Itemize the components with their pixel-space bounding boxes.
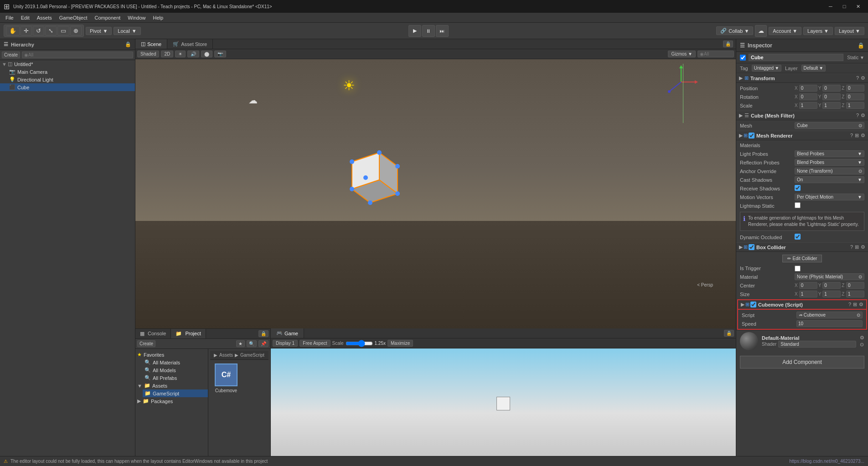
scene-lock-icon[interactable]: 🔒 bbox=[723, 41, 733, 47]
assets-path-root[interactable]: Assets bbox=[219, 353, 233, 358]
mesh-filter-settings-icon[interactable]: ⚙ bbox=[861, 113, 865, 118]
receive-shadows-checkbox[interactable] bbox=[795, 185, 801, 191]
transform-reference-icon[interactable]: ? bbox=[856, 75, 859, 81]
hierarchy-create-button[interactable]: Create bbox=[2, 51, 20, 58]
hierarchy-item-main-camera[interactable]: 📷 Main Camera bbox=[0, 68, 135, 76]
scene-search-input[interactable] bbox=[698, 51, 734, 57]
project-pin-icon[interactable]: 🔒 bbox=[258, 330, 269, 337]
cloud-button[interactable]: ☁ bbox=[755, 25, 767, 37]
scl-z-input[interactable] bbox=[846, 102, 864, 109]
rot-y-input[interactable] bbox=[822, 93, 841, 100]
hierarchy-search-input[interactable] bbox=[22, 51, 133, 58]
hierarchy-item-untitled[interactable]: ▼ ◫ Untitled* bbox=[0, 60, 135, 68]
project-search-btn[interactable]: 🔍 bbox=[247, 340, 257, 347]
transform-settings-icon[interactable]: ⚙ bbox=[861, 75, 865, 81]
gamescript-item[interactable]: 📁 GameScript bbox=[143, 389, 208, 397]
scl-x-input[interactable] bbox=[799, 102, 817, 109]
scale-tool[interactable]: ⤡ bbox=[45, 26, 57, 36]
bc-ref-icon[interactable]: ? bbox=[850, 244, 853, 250]
center-z-input[interactable] bbox=[846, 282, 864, 289]
cubemove-file[interactable]: C# Cubemove bbox=[210, 360, 242, 397]
box-collider-checkbox[interactable] bbox=[749, 244, 754, 250]
menu-component[interactable]: Component bbox=[91, 14, 124, 21]
2d-button[interactable]: 2D bbox=[161, 51, 173, 57]
speed-input[interactable] bbox=[796, 320, 863, 327]
mesh-dropdown[interactable]: Cube ⊙ bbox=[795, 122, 864, 129]
pause-button[interactable]: ⏸ bbox=[422, 25, 435, 37]
bc-settings-icon[interactable]: ⚙ bbox=[861, 244, 865, 250]
asset-store-tab[interactable]: 🛒 Asset Store bbox=[167, 39, 213, 49]
size-x-input[interactable] bbox=[799, 291, 817, 297]
effects-button[interactable]: ⬤ bbox=[201, 51, 212, 57]
mesh-renderer-ref-icon[interactable]: ? bbox=[850, 133, 853, 138]
maximize-button[interactable]: □ bbox=[838, 0, 851, 13]
menu-file[interactable]: File bbox=[2, 14, 17, 21]
camera-button[interactable]: 📷 bbox=[214, 51, 226, 57]
light-probes-dropdown[interactable]: Blend Probes ▼ bbox=[795, 150, 864, 157]
size-z-input[interactable] bbox=[846, 291, 864, 297]
script-dropdown[interactable]: ↛ Cubemove ⊙ bbox=[796, 312, 863, 318]
shader-dropdown[interactable]: Standard bbox=[778, 341, 856, 348]
menu-help[interactable]: Help bbox=[149, 14, 167, 21]
center-y-input[interactable] bbox=[822, 282, 841, 289]
dynamic-occluded-checkbox[interactable] bbox=[795, 234, 801, 240]
hierarchy-item-directional-light[interactable]: 💡 Directional Light bbox=[0, 76, 135, 83]
mesh-renderer-checkbox[interactable] bbox=[749, 133, 754, 138]
statusbar-url[interactable]: https://blog.csdn.net/m0_46210273... bbox=[789, 459, 864, 464]
tag-dropdown[interactable]: Untagged ▼ bbox=[752, 65, 781, 72]
scene-viewport[interactable]: ☀ ☁ bbox=[135, 59, 736, 328]
account-dropdown[interactable]: Account ▼ bbox=[769, 27, 801, 35]
cast-shadows-dropdown[interactable]: On ▼ bbox=[795, 176, 864, 183]
add-component-button[interactable]: Add Component bbox=[740, 356, 864, 369]
pos-x-input[interactable] bbox=[799, 85, 817, 92]
maximize-button[interactable]: Maximize bbox=[388, 340, 413, 347]
assets-path-gamescript[interactable]: GameScript bbox=[240, 353, 264, 358]
center-x-input[interactable] bbox=[799, 282, 817, 289]
lightmap-static-checkbox[interactable] bbox=[795, 202, 801, 208]
cubemove-ref-icon[interactable]: ? bbox=[848, 302, 851, 307]
cubemove-checkbox[interactable] bbox=[750, 302, 756, 307]
scl-y-input[interactable] bbox=[822, 102, 841, 109]
rot-z-input[interactable] bbox=[846, 93, 864, 100]
pivot-dropdown[interactable]: Pivot ▼ bbox=[86, 27, 112, 35]
project-favorites-btn[interactable]: ★ bbox=[236, 340, 245, 347]
object-name[interactable]: Cube bbox=[749, 54, 843, 61]
local-dropdown[interactable]: Local ▼ bbox=[114, 27, 140, 35]
layers-dropdown[interactable]: Layers ▼ bbox=[803, 27, 833, 35]
menu-gameobject[interactable]: GameObject bbox=[56, 14, 91, 21]
pos-z-input[interactable] bbox=[846, 85, 864, 92]
reflection-probes-dropdown[interactable]: Blend Probes ▼ bbox=[795, 159, 864, 166]
mesh-renderer-maximize-icon[interactable]: ⊞ bbox=[855, 133, 859, 138]
motion-vectors-dropdown[interactable]: Per Object Motion ▼ bbox=[795, 194, 864, 200]
edit-collider-button[interactable]: ✏ Edit Collider bbox=[782, 255, 822, 262]
size-y-input[interactable] bbox=[822, 291, 841, 297]
material-ref-icon[interactable]: ⊙ bbox=[860, 342, 864, 348]
mesh-filter-header[interactable]: ▶ ☰ Cube (Mesh Filter) ? ⚙ bbox=[736, 111, 868, 120]
collab-dropdown[interactable]: 🔗 Collab ▼ bbox=[716, 26, 753, 35]
lighting-button[interactable]: ☀ bbox=[175, 51, 186, 57]
mesh-renderer-settings-icon[interactable]: ⚙ bbox=[861, 133, 865, 138]
all-materials-item[interactable]: 🔍 All Materials bbox=[143, 358, 208, 366]
static-dropdown[interactable]: Static ▼ bbox=[847, 55, 864, 60]
hierarchy-item-cube[interactable]: ⬛ Cube bbox=[0, 83, 135, 91]
cubemove-maximize-icon[interactable]: ⊞ bbox=[853, 302, 857, 307]
packages-tree-item[interactable]: ▶ 📁 Packages bbox=[135, 397, 208, 405]
hand-tool[interactable]: ✋ bbox=[6, 26, 20, 36]
assets-tree-item[interactable]: ▼ 📁 Assets bbox=[135, 382, 208, 389]
rect-tool[interactable]: ▭ bbox=[57, 26, 69, 36]
menu-window[interactable]: Window bbox=[124, 14, 149, 21]
cubemove-settings-icon[interactable]: ⚙ bbox=[859, 302, 863, 307]
is-trigger-checkbox[interactable] bbox=[795, 266, 801, 271]
mesh-renderer-header[interactable]: ▶ ⊞ Mesh Renderer ? ⊞ ⚙ bbox=[736, 131, 868, 140]
shaded-dropdown[interactable]: Shaded bbox=[137, 51, 159, 57]
project-pin-btn[interactable]: 📌 bbox=[258, 340, 269, 347]
cubemove-header[interactable]: ▶ ⊞ Cubemove (Script) ? ⊞ ⚙ bbox=[737, 299, 867, 310]
rot-x-input[interactable] bbox=[799, 93, 817, 100]
box-collider-header[interactable]: ▶ ⊞ Box Collider ? ⊞ ⚙ bbox=[736, 242, 868, 252]
step-button[interactable]: ⏭ bbox=[436, 25, 449, 37]
multi-tool[interactable]: ⊕ bbox=[70, 26, 82, 36]
menu-assets[interactable]: Assets bbox=[33, 14, 56, 21]
scale-slider[interactable] bbox=[346, 340, 373, 347]
favorites-group[interactable]: ★ Favorites bbox=[135, 351, 208, 358]
project-create-button[interactable]: Create bbox=[137, 340, 155, 347]
